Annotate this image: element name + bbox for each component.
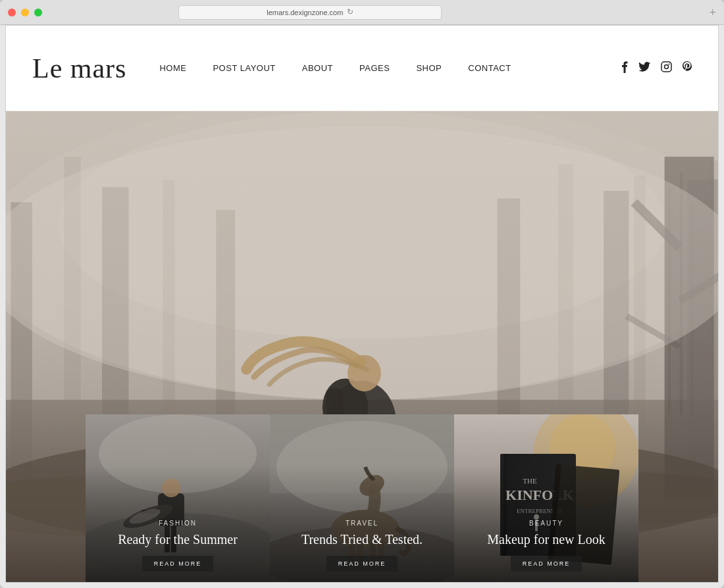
refresh-icon[interactable]: ↻ [347, 7, 353, 17]
browser-content: Le mars HOME POST LAYOUT ABOUT PAGES SHO… [5, 25, 719, 583]
card-beauty: THE KINFOLK ENTREPRENEUR [454, 414, 638, 582]
site-nav: HOME POST LAYOUT ABOUT PAGES SHOP CONTAC… [159, 63, 621, 73]
site-logo[interactable]: Le mars [32, 53, 126, 84]
card-fashion: FASHION Ready for the Summer READ MORE [86, 414, 270, 582]
facebook-icon[interactable] [621, 61, 628, 76]
browser-titlebar: lemars.dexignzone.com ↻ + [0, 0, 724, 25]
card-3-title: Makeup for new Look [467, 531, 625, 548]
card-1-category: FASHION [99, 520, 257, 527]
card-3-category: BEAUTY [467, 520, 625, 527]
url-bar[interactable]: lemars.dexignzone.com ↻ [178, 5, 442, 20]
card-1-read-more[interactable]: READ MORE [142, 556, 214, 572]
minimize-btn[interactable] [21, 9, 29, 16]
card-2-category: TRAVEL [283, 520, 441, 527]
card-2-content: TRAVEL Trends Tried & Tested. READ MORE [270, 509, 454, 582]
hero-section: FASHION Ready for the Summer READ MORE [6, 111, 718, 582]
nav-contact[interactable]: CONTACT [468, 63, 511, 73]
nav-home[interactable]: HOME [159, 63, 186, 73]
pinterest-icon[interactable] [683, 61, 692, 76]
svg-rect-0 [661, 62, 671, 72]
site-header: Le mars HOME POST LAYOUT ABOUT PAGES SHO… [6, 26, 718, 111]
url-text: lemars.dexignzone.com [267, 9, 343, 16]
close-btn[interactable] [8, 9, 16, 16]
svg-point-2 [669, 64, 670, 65]
browser-window: lemars.dexignzone.com ↻ + Le mars HOME P… [0, 0, 724, 588]
nav-about[interactable]: ABOUT [302, 63, 333, 73]
nav-post-layout[interactable]: POST LAYOUT [213, 63, 275, 73]
nav-shop[interactable]: SHOP [416, 63, 442, 73]
cards-overlay: FASHION Ready for the Summer READ MORE [86, 414, 638, 582]
new-tab-button[interactable]: + [710, 7, 716, 18]
maximize-btn[interactable] [34, 9, 42, 16]
nav-pages[interactable]: PAGES [359, 63, 390, 73]
twitter-icon[interactable] [638, 62, 650, 74]
card-1-title: Ready for the Summer [99, 531, 257, 548]
svg-point-1 [665, 65, 669, 69]
card-3-read-more[interactable]: READ MORE [511, 556, 582, 572]
card-2-read-more[interactable]: READ MORE [326, 556, 398, 572]
card-travel: TRAVEL Trends Tried & Tested. READ MORE [270, 414, 454, 582]
card-3-content: BEAUTY Makeup for new Look READ MORE [454, 509, 638, 582]
card-2-title: Trends Tried & Tested. [283, 531, 441, 548]
social-icons [621, 61, 692, 76]
card-1-content: FASHION Ready for the Summer READ MORE [86, 509, 270, 582]
instagram-icon[interactable] [661, 61, 672, 75]
